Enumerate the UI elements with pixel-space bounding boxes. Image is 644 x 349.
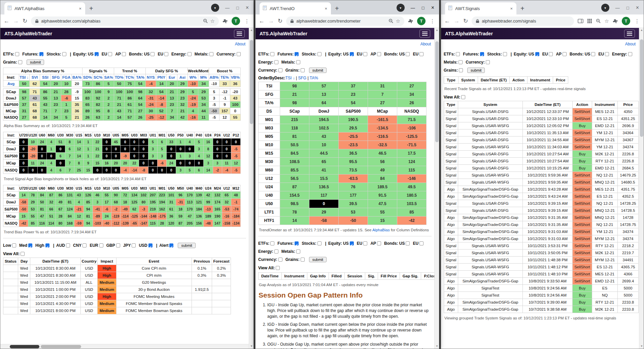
url-bar[interactable]: alphawebtrader.com/signals [472, 16, 574, 26]
checkbox-usd[interactable] [148, 243, 152, 247]
checkbox-ap[interactable] [122, 52, 126, 56]
checkbox-equity-us[interactable] [95, 52, 99, 56]
checkbox-grains-[interactable] [459, 68, 463, 72]
profile-avatar[interactable]: T [417, 17, 426, 25]
checkbox-eu[interactable] [605, 52, 609, 56]
checkbox-currency-[interactable] [278, 258, 282, 262]
scroll-down-icon[interactable]: ▼ [435, 344, 439, 349]
tab-close-icon[interactable]: × [509, 6, 514, 11]
scroll-down-icon[interactable]: ▼ [639, 344, 644, 349]
back-button[interactable]: ← [4, 18, 9, 25]
menu-kebab-icon[interactable]: ⋮ [244, 18, 250, 24]
maximize-button[interactable]: □ [422, 6, 425, 10]
checkbox-med[interactable] [28, 243, 32, 247]
profile-avatar[interactable]: T [622, 17, 630, 25]
checkbox-futures-[interactable] [295, 52, 299, 56]
column-header-link[interactable]: SD% [82, 74, 93, 81]
checkbox-equity-us[interactable] [350, 52, 354, 56]
bookmark-star-icon[interactable]: ☆ [396, 18, 400, 24]
vertical-scrollbar[interactable]: ▲ ▼ [434, 28, 439, 349]
checkbox-eu[interactable] [363, 52, 367, 56]
minimize-button[interactable]: — [411, 6, 415, 10]
avg-row-label[interactable]: Avg [3, 81, 19, 87]
hamburger-menu-icon[interactable] [234, 30, 245, 38]
horizontal-scrollbar[interactable] [0, 344, 249, 349]
browser-tab[interactable]: AWT.Signals × [445, 2, 516, 14]
back-button[interactable]: ← [444, 18, 450, 25]
close-button[interactable]: × [431, 5, 434, 10]
checkbox-eu[interactable] [164, 52, 168, 56]
scroll-up-icon[interactable]: ▲ [435, 28, 439, 33]
checkbox-currency-[interactable] [278, 68, 282, 72]
column-header-link[interactable]: TE% [219, 74, 230, 81]
close-button[interactable]: × [246, 5, 249, 10]
column-header-link[interactable]: SC% [93, 74, 103, 81]
checkbox-metals-[interactable] [459, 60, 463, 64]
checkbox-energy-[interactable] [274, 249, 278, 254]
reload-button[interactable]: ↻ [463, 17, 468, 25]
tab-search-button[interactable]: ▾ [211, 4, 219, 12]
new-tab-button[interactable]: + [85, 5, 97, 14]
checkbox-ap[interactable] [377, 52, 381, 56]
submit-button[interactable]: submit [178, 243, 195, 248]
checkbox-energy-[interactable] [188, 52, 192, 56]
tab-search-button[interactable]: ▾ [397, 4, 405, 12]
checkbox-metals-[interactable] [209, 52, 213, 56]
forward-button[interactable]: → [454, 18, 460, 25]
column-header-link[interactable]: PNY [156, 74, 167, 81]
checkbox-alert[interactable] [169, 243, 173, 247]
bookmark-star-icon[interactable]: ☆ [605, 18, 609, 24]
column-header-link[interactable]: TD% [114, 74, 124, 81]
checkbox-futures-[interactable] [295, 241, 299, 245]
checkbox-eu[interactable] [419, 241, 423, 245]
tab-search-button[interactable]: ▾ [601, 4, 609, 12]
checkbox-futures-[interactable] [480, 52, 484, 56]
checkbox-energy-[interactable] [274, 60, 278, 64]
extensions-puzzle-icon[interactable] [613, 18, 618, 24]
hamburger-menu-icon[interactable] [624, 30, 635, 38]
column-header-link[interactable]: M% [198, 74, 209, 81]
column-header-link[interactable]: BA% [72, 74, 82, 81]
column-header-link[interactable]: SA% [103, 74, 114, 81]
view-all-checkbox[interactable] [461, 95, 465, 99]
checkbox-grains-[interactable] [301, 258, 305, 262]
about-link[interactable]: About [625, 42, 636, 46]
column-header-link[interactable]: NYS [145, 74, 156, 81]
checkbox-ap[interactable] [377, 241, 381, 245]
close-button[interactable]: × [636, 5, 639, 10]
checkbox-grains-[interactable] [18, 60, 22, 64]
checkbox-etfs-[interactable] [15, 52, 19, 56]
column-header-link[interactable]: TC% [125, 74, 135, 81]
checkbox-low[interactable] [12, 243, 16, 247]
minimize-button[interactable]: — [225, 6, 230, 10]
menu-kebab-icon[interactable]: ⋮ [429, 18, 436, 24]
checkbox-metals-[interactable] [296, 60, 300, 64]
browser-tab[interactable]: AWT.TrendO × [260, 2, 331, 14]
zoom-icon[interactable] [596, 18, 601, 24]
checkbox-eu[interactable] [549, 52, 553, 56]
back-button[interactable]: ← [259, 18, 265, 25]
checkbox-stocks-[interactable] [317, 52, 321, 56]
view-all-checkbox[interactable] [276, 266, 280, 270]
tab-close-icon[interactable]: × [78, 6, 82, 11]
checkbox-currency-[interactable] [486, 60, 490, 64]
submit-button[interactable]: submit [309, 68, 327, 73]
checkbox-equity-us[interactable] [535, 52, 539, 56]
column-header-link[interactable]: SVI [29, 74, 40, 81]
orderby-sfg-link[interactable]: SFG [298, 76, 307, 80]
scroll-up-icon[interactable]: ▲ [249, 28, 254, 33]
column-header-link[interactable]: FGA [61, 74, 71, 81]
checkbox-stocks-[interactable] [503, 52, 507, 56]
url-bar[interactable]: alphawebtrader.com/trendometer ☆ [286, 16, 404, 26]
reload-button[interactable]: ↻ [23, 17, 27, 25]
new-tab-button[interactable]: + [331, 5, 343, 14]
checkbox-etfs-[interactable] [270, 241, 274, 245]
checkbox-energy-[interactable] [628, 52, 632, 56]
reload-button[interactable]: ↻ [278, 17, 282, 25]
column-header-link[interactable]: SFG [50, 74, 61, 81]
maximize-button[interactable]: □ [236, 6, 239, 10]
profile-avatar[interactable]: T [232, 17, 240, 25]
zoom-icon[interactable] [388, 18, 394, 24]
column-header-link[interactable]: TA% [135, 74, 145, 81]
checkbox-futures-[interactable] [39, 52, 43, 56]
